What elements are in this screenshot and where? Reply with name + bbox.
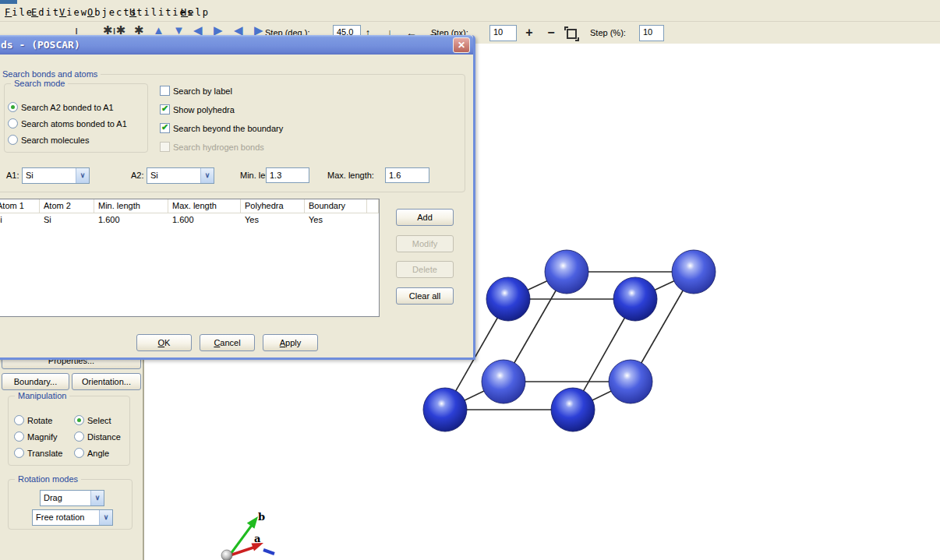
max-length-label: Max. length:: [327, 171, 374, 180]
chevron-down-icon[interactable]: ∨: [200, 168, 214, 183]
radio-label: Translate: [27, 449, 62, 458]
dialog-titlebar[interactable]: ds - (POSCAR) ✕: [0, 35, 473, 55]
step-pct-label: Step (%):: [590, 28, 626, 37]
checkbox-icon: [160, 86, 170, 96]
radio-circle: [8, 102, 18, 112]
a1-select[interactable]: Si ∨: [22, 167, 90, 184]
radio-label: Search molecules: [21, 136, 89, 145]
radio-circle: [8, 135, 18, 145]
a1-value: Si: [26, 171, 34, 180]
table-cell: 1.600: [94, 213, 168, 227]
min-length-input[interactable]: 1.3: [266, 167, 309, 183]
menu-bar: FileEditViewObjectsUtilitiesHelp: [0, 5, 940, 21]
checked-checkbox-icon: [160, 104, 170, 114]
table-cell: Si: [0, 213, 40, 227]
radio-circle: [8, 118, 18, 129]
orientation-button[interactable]: Orientation...: [72, 373, 141, 390]
radio-circle: [74, 448, 84, 458]
a2-value: Si: [150, 171, 158, 180]
radio-label: Magnify: [27, 432, 58, 442]
chevron-down-icon[interactable]: ∨: [99, 510, 112, 525]
table-cell: Yes: [241, 213, 305, 227]
clear-all-button[interactable]: Clear all: [396, 287, 454, 305]
column-header-polyhedra[interactable]: Polyhedra: [241, 199, 305, 213]
delete-button: Delete: [396, 261, 454, 278]
checkbox-icon: [160, 142, 170, 152]
menu-item-help[interactable]: Help: [181, 7, 210, 18]
column-header-atom-2[interactable]: Atom 2: [40, 199, 94, 213]
menu-item-file[interactable]: File: [5, 7, 34, 18]
radio-circle: [14, 448, 24, 458]
rotation-mode-value: Drag: [44, 493, 62, 502]
dialog-body: Search bonds and atoms Search mode Searc…: [0, 55, 473, 357]
bond-table-header: Atom 1Atom 2Min. lengthMax. lengthPolyhe…: [0, 199, 379, 213]
fit-view-icon[interactable]: [567, 29, 577, 39]
menu-item-edit[interactable]: Edit: [31, 7, 60, 18]
checkbox-label: Search hydrogen bonds: [173, 143, 264, 152]
a2-select[interactable]: Si ∨: [147, 167, 214, 184]
manipulation-group: Manipulation RotateSelectMagnifyDistance…: [8, 396, 130, 466]
chevron-down-icon[interactable]: ∨: [90, 491, 104, 505]
rotation-mode-select[interactable]: Drag ∨: [40, 490, 104, 506]
step-px-input[interactable]: 10: [489, 25, 517, 41]
modify-button: Modify: [396, 235, 454, 252]
checkbox-label: Search beyond the boundary: [173, 124, 283, 133]
radio-circle: [14, 431, 24, 442]
menu-item-view[interactable]: View: [59, 7, 88, 18]
table-cell: Si: [40, 213, 94, 227]
radio-label: Angle: [87, 449, 109, 458]
boundary-button[interactable]: Boundary...: [2, 373, 69, 390]
table-cell: Yes: [305, 213, 367, 227]
radio-label: Search atoms bonded to A1: [21, 119, 127, 129]
checkbox-label: Show polyhedra: [173, 105, 235, 114]
bonds-dialog: ds - (POSCAR) ✕ Search bonds and atoms S…: [0, 35, 475, 360]
radio-circle: [14, 415, 24, 425]
step-pct-input[interactable]: 10: [639, 25, 664, 41]
radio-circle: [74, 431, 84, 442]
apply-button[interactable]: Apply: [263, 334, 318, 351]
a1-label: A1:: [6, 171, 19, 180]
bond-table[interactable]: Atom 1Atom 2Min. lengthMax. lengthPolyhe…: [0, 199, 380, 317]
add-button[interactable]: Add: [396, 209, 454, 226]
bond-table-rows: SiSi1.6001.600YesYes: [0, 213, 379, 227]
radio-label: Select: [87, 416, 111, 425]
column-header-min-length[interactable]: Min. length: [94, 199, 168, 213]
radio-label: Rotate: [27, 416, 52, 425]
max-length-input[interactable]: 1.6: [385, 167, 429, 183]
table-row[interactable]: SiSi1.6001.600YesYes: [0, 213, 379, 227]
close-icon[interactable]: ✕: [453, 37, 470, 53]
table-cell: 1.600: [168, 213, 241, 227]
search-mode-group-label: Search mode: [11, 79, 68, 88]
app-window: { "window": { "menu": ["File", "Edit", "…: [0, 0, 940, 560]
checkbox-label: Search by label: [173, 86, 232, 96]
cancel-button[interactable]: Cancel: [200, 334, 255, 351]
rotation-modes-group: Rotation modes Drag ∨ Free rotation ∨: [8, 479, 133, 530]
a2-label: A2:: [131, 171, 144, 180]
window-icon-fragment: [0, 0, 17, 4]
radio-label: Search A2 bonded to A1: [21, 103, 114, 112]
column-header-atom-1[interactable]: Atom 1: [0, 199, 40, 213]
checked-checkbox-icon: [160, 123, 170, 133]
zoom-out-button[interactable]: −: [542, 25, 560, 42]
column-header-boundary[interactable]: Boundary: [305, 199, 367, 213]
zoom-in-button[interactable]: +: [521, 25, 538, 42]
radio-label: Distance: [87, 432, 121, 442]
search-bonds-group-label: Search bonds and atoms: [0, 69, 101, 79]
ok-button[interactable]: OK: [136, 334, 192, 351]
column-header-max-length[interactable]: Max. length: [168, 199, 241, 213]
rotation-type-value: Free rotation: [36, 512, 84, 522]
dialog-title: ds - (POSCAR): [1, 39, 80, 51]
chevron-down-icon[interactable]: ∨: [76, 168, 89, 183]
manipulation-group-label: Manipulation: [15, 391, 69, 400]
rotation-modes-group-label: Rotation modes: [15, 474, 81, 484]
column-header-filler: [367, 199, 379, 213]
radio-circle: [74, 415, 84, 425]
rotation-type-select[interactable]: Free rotation ∨: [32, 509, 113, 526]
